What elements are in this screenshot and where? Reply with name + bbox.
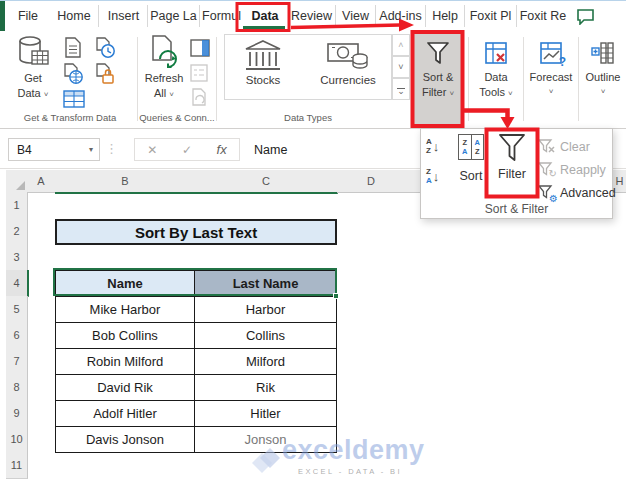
row-header-7[interactable]: 7 — [6, 348, 28, 375]
data-tools-group-button[interactable]: Data Tools ˅ — [470, 32, 522, 126]
refresh-all-icon — [147, 35, 181, 71]
cell-last[interactable]: Rik — [195, 375, 337, 401]
recent-sources-button[interactable] — [94, 37, 116, 59]
queries-connections-button[interactable] — [190, 39, 210, 57]
cell-last[interactable]: Collins — [195, 323, 337, 349]
web-globe-icon — [62, 63, 84, 85]
stocks-label: Stocks — [246, 73, 281, 88]
reapply-filter-item-disabled: ↻ Reapply — [538, 161, 606, 178]
properties-icon — [190, 64, 208, 82]
tab-insert[interactable]: Insert — [100, 5, 148, 27]
outline-icon — [590, 40, 616, 66]
row-header-3[interactable]: 3 — [6, 244, 28, 271]
gallery-more-button[interactable]: ⌄ — [392, 78, 410, 100]
get-data-button[interactable]: Get Data ˅ — [10, 35, 56, 102]
row-header-1[interactable]: 1 — [6, 192, 28, 219]
existing-connections-button[interactable] — [94, 63, 116, 85]
row-header-5[interactable]: 5 — [6, 296, 28, 323]
tab-formulas[interactable]: Formul — [200, 5, 243, 27]
sort-filter-label-line2: Filter ˅ — [422, 85, 454, 101]
cancel-icon[interactable]: ✕ — [147, 143, 157, 157]
table-row: David Rik Rik — [56, 375, 337, 401]
stocks-button[interactable]: Stocks — [230, 39, 296, 88]
row-header-4[interactable]: 4 — [6, 270, 29, 297]
cell-name[interactable]: Davis Jonson — [56, 427, 195, 453]
fill-handle[interactable] — [333, 293, 339, 299]
column-header-d[interactable]: D — [337, 170, 406, 193]
custom-sort-icon: ZA AZ — [458, 134, 484, 160]
refresh-all-button[interactable]: Refresh All ˅ — [140, 35, 188, 102]
from-text-file-button[interactable] — [62, 37, 83, 59]
from-table-range-button[interactable] — [62, 89, 86, 109]
name-box[interactable]: B4 ▾ — [8, 138, 100, 161]
table-row: Robin Milford Milford — [56, 349, 337, 375]
tab-data[interactable]: Data — [244, 5, 286, 27]
sort-label: Sort — [460, 169, 483, 183]
column-header-a[interactable]: A — [27, 170, 56, 193]
cell-name[interactable]: Mike Harbor — [56, 297, 195, 323]
refresh-label-line2: All ˅ — [154, 86, 174, 102]
gallery-scroll-down-button[interactable]: ˅ — [392, 56, 410, 78]
advanced-filter-item[interactable]: ⚙ Advanced — [538, 184, 616, 201]
sort-descending-button[interactable]: ZA ↓ — [426, 167, 439, 185]
row-header-11[interactable]: 11 — [6, 452, 28, 479]
cell-last[interactable]: Jonson — [195, 427, 337, 453]
tab-file[interactable]: File — [8, 5, 48, 27]
gallery-scroll-up-button[interactable]: ˄ — [392, 34, 410, 56]
clear-funnel-icon — [538, 138, 555, 155]
sort-filter-group-button[interactable]: Sort & Filter ˅ — [414, 32, 462, 126]
table-row: Bob Collins Collins — [56, 323, 337, 349]
row-header-6[interactable]: 6 — [6, 322, 28, 349]
cell-name[interactable]: Bob Collins — [56, 323, 195, 349]
column-header-b[interactable]: B — [55, 170, 196, 194]
cell-name[interactable]: David Rik — [56, 375, 195, 401]
outline-group-button[interactable]: Outline ˅ — [580, 32, 626, 126]
tab-add-ins[interactable]: Add-ins — [376, 5, 426, 27]
chevron-down-icon: ˅ — [601, 87, 606, 96]
row-header-2[interactable]: 2 — [6, 218, 28, 245]
column-header-e-partial[interactable] — [405, 170, 421, 193]
select-all-button[interactable] — [6, 170, 28, 193]
filter-funnel-icon — [496, 132, 528, 164]
cell-name[interactable]: Robin Milford — [56, 349, 195, 375]
ribbon: Get Data ˅ — [0, 31, 626, 129]
column-header-c[interactable]: C — [195, 170, 338, 194]
name-box-dropdown-icon[interactable]: ▾ — [89, 145, 99, 154]
cell-last[interactable]: Hitler — [195, 401, 337, 427]
tab-help[interactable]: Help — [426, 5, 465, 27]
cell-last[interactable]: Milford — [195, 349, 337, 375]
header-cell-last-name[interactable]: Last Name — [195, 271, 337, 297]
get-data-label-line2: Data ˅ — [18, 86, 49, 102]
stocks-bank-icon — [242, 39, 284, 73]
sort-ascending-button[interactable]: AZ ↓ — [426, 137, 439, 155]
tab-view[interactable]: View — [336, 5, 376, 27]
insert-function-icon[interactable]: fx — [217, 142, 227, 157]
tab-review[interactable]: Review — [288, 5, 336, 27]
tab-home[interactable]: Home — [50, 5, 99, 27]
currencies-button[interactable]: Currencies — [308, 39, 388, 88]
tab-foxit-pdf[interactable]: Foxit Pl — [465, 5, 517, 27]
tab-page-layout[interactable]: Page La — [148, 5, 200, 27]
row-header-8[interactable]: 8 — [6, 374, 28, 401]
chevron-down-icon: ˅ — [549, 87, 554, 96]
filter-button[interactable]: Filter — [489, 132, 535, 181]
chevron-down-icon: ˅ — [44, 90, 49, 99]
cell-last[interactable]: Harbor — [195, 297, 337, 323]
enter-icon[interactable]: ✓ — [182, 143, 192, 157]
comments-icon[interactable] — [576, 8, 595, 25]
tab-foxit-reader[interactable]: Foxit Re — [517, 5, 569, 27]
forecast-group-button[interactable]: ? Forecast ˅ — [525, 32, 577, 126]
cell-name[interactable]: Adolf Hitler — [56, 401, 195, 427]
from-web-button[interactable] — [62, 63, 84, 85]
row-header-9[interactable]: 9 — [6, 400, 28, 427]
row-header-10[interactable]: 10 — [6, 426, 28, 453]
custom-sort-button[interactable]: ZA AZ Sort — [450, 134, 492, 183]
outline-label: Outline — [586, 70, 621, 85]
table-row: Adolf Hitler Hitler — [56, 401, 337, 427]
title-cell[interactable]: Sort By Last Text — [55, 219, 337, 245]
table-header-row: Name Last Name — [56, 271, 337, 297]
formula-bar-separator: ⋮ — [105, 141, 118, 156]
header-cell-name[interactable]: Name — [56, 271, 195, 297]
table-icon — [62, 89, 86, 109]
chevron-down-icon: ˅ — [449, 89, 454, 98]
